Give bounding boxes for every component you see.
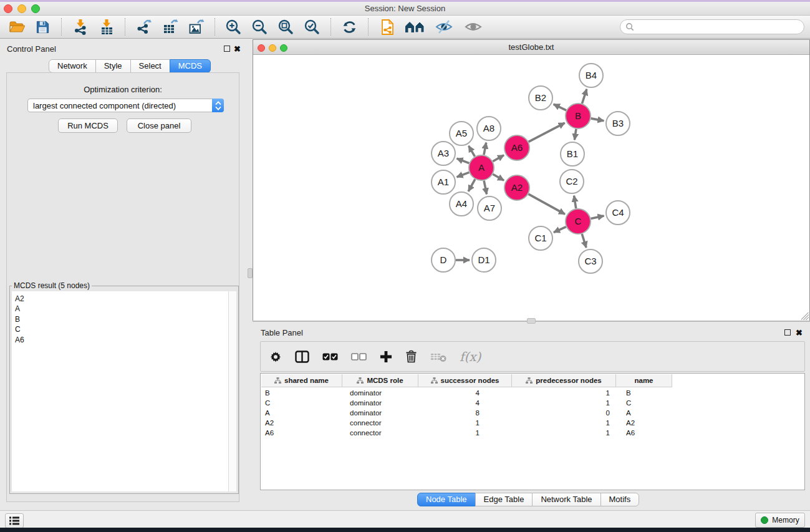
edge-A-A4[interactable] (468, 179, 475, 191)
edge-A-A2[interactable] (493, 174, 504, 180)
result-list-scrollbar[interactable] (228, 291, 236, 491)
cell[interactable]: A2 (616, 419, 672, 427)
edge-A-A3[interactable] (457, 158, 470, 163)
tab-mcds[interactable]: MCDS (170, 59, 211, 73)
edge-C-C3[interactable] (582, 234, 586, 248)
delete-table-button[interactable] (430, 351, 446, 362)
column-header-shared-name[interactable]: shared name (261, 374, 342, 387)
vertical-split-handle[interactable] (248, 268, 253, 278)
save-session-button[interactable] (32, 17, 53, 37)
cell[interactable]: A6 (616, 429, 672, 437)
import-network-button[interactable] (70, 17, 90, 37)
node-d1[interactable]: D1 (472, 248, 496, 272)
edge-C-C2[interactable] (574, 196, 576, 209)
node-c2[interactable]: C2 (560, 170, 584, 193)
node-a1[interactable]: A1 (432, 170, 455, 194)
tab-network-table[interactable]: Network Table (532, 493, 600, 506)
node-a5[interactable]: A5 (450, 122, 473, 145)
cell[interactable]: dominator (342, 409, 418, 417)
add-button[interactable] (380, 351, 392, 363)
tab-edge-table[interactable]: Edge Table (475, 493, 533, 506)
tab-style[interactable]: Style (95, 59, 131, 73)
node-c4[interactable]: C4 (606, 201, 630, 225)
network-canvas[interactable]: B4B2BB3A8A5A6A3B1AA1C2A2A4A7C4CC1DD1C3 (253, 56, 809, 321)
cell[interactable]: C (616, 399, 672, 407)
task-history-button[interactable] (5, 513, 24, 528)
edge-A-A7[interactable] (484, 181, 486, 195)
import-table-button[interactable] (96, 17, 117, 37)
edge-A-A6[interactable] (493, 155, 504, 162)
node-c[interactable]: C (566, 209, 591, 234)
edge-A-A1[interactable] (457, 172, 470, 177)
zoom-selected-button[interactable] (302, 17, 322, 37)
apply-layout-button[interactable] (339, 17, 360, 37)
table-row-a6[interactable]: A6connector11A6 (261, 428, 804, 438)
app-titlebar[interactable]: Session: New Session (0, 2, 810, 16)
zoom-in-button[interactable] (223, 17, 244, 37)
node-b1[interactable]: B1 (561, 142, 584, 166)
result-item-a6[interactable]: A6 (15, 335, 236, 345)
cell[interactable]: connector (342, 429, 418, 437)
node-a[interactable]: A (469, 155, 494, 180)
zoom-out-button[interactable] (249, 17, 270, 37)
result-item-b[interactable]: B (15, 314, 236, 324)
cell[interactable]: A (616, 409, 672, 417)
edge-A-A8[interactable] (484, 143, 486, 155)
cell[interactable]: 4 (418, 399, 512, 407)
edge-B-B3[interactable] (591, 118, 604, 121)
window-resize-grip[interactable] (801, 312, 809, 320)
node-a8[interactable]: A8 (477, 117, 501, 140)
export-network-button[interactable] (133, 17, 154, 37)
node-b2[interactable]: B2 (529, 86, 552, 110)
edge-B-B2[interactable] (554, 104, 566, 110)
search-input[interactable] (637, 21, 804, 33)
hide-selected-button[interactable] (432, 17, 456, 37)
deselect-all-rows-button[interactable] (351, 352, 367, 361)
cell[interactable]: dominator (342, 399, 418, 407)
cell[interactable]: B (616, 389, 672, 397)
column-header-predecessor-nodes[interactable]: predecessor nodes (512, 374, 616, 387)
horizontal-split-handle[interactable] (527, 318, 536, 324)
cell[interactable]: 1 (512, 389, 616, 397)
edge-A2-C[interactable] (528, 194, 565, 214)
node-a3[interactable]: A3 (432, 142, 455, 165)
edge-C-C1[interactable] (554, 227, 566, 233)
table-settings-button[interactable] (269, 351, 282, 363)
table-panel-close-button[interactable]: ✖ (796, 329, 803, 337)
tab-select[interactable]: Select (130, 59, 170, 73)
cell[interactable]: 8 (418, 409, 512, 417)
export-table-button[interactable] (160, 17, 180, 37)
node-b3[interactable]: B3 (606, 112, 630, 135)
run-mcds-button[interactable]: Run MCDS (58, 118, 118, 133)
close-panel-button[interactable]: Close panel (127, 118, 191, 133)
new-network-from-selection-button[interactable] (377, 17, 397, 37)
table-row-b[interactable]: Bdominator41B (261, 388, 804, 398)
cell[interactable]: connector (342, 419, 418, 427)
result-item-a2[interactable]: A2 (15, 294, 236, 304)
node-c1[interactable]: C1 (529, 226, 552, 250)
node-a2[interactable]: A2 (504, 175, 529, 200)
cell[interactable]: 1 (418, 429, 512, 437)
control-panel-float-button[interactable] (224, 46, 230, 52)
tab-network[interactable]: Network (49, 59, 96, 73)
control-panel-close-button[interactable]: ✖ (234, 46, 241, 53)
table-row-a2[interactable]: A2connector11A2 (261, 418, 804, 428)
table-panel-float-button[interactable] (784, 329, 791, 336)
cell[interactable]: 1 (512, 429, 616, 437)
node-c3[interactable]: C3 (579, 249, 602, 273)
delete-button[interactable] (405, 350, 417, 363)
cell[interactable]: 1 (418, 419, 512, 427)
node-b4[interactable]: B4 (579, 64, 603, 87)
node-a6[interactable]: A6 (504, 135, 529, 160)
memory-button[interactable]: Memory (755, 513, 805, 528)
cell[interactable]: A2 (261, 419, 342, 427)
edge-A-A5[interactable] (469, 146, 475, 157)
open-session-button[interactable] (6, 17, 27, 37)
show-all-hidden-button[interactable] (461, 17, 485, 37)
result-item-a[interactable]: A (15, 304, 236, 314)
node-b[interactable]: B (566, 104, 591, 128)
cell[interactable]: A6 (261, 429, 342, 437)
node-a4[interactable]: A4 (450, 192, 473, 216)
cell[interactable]: dominator (342, 389, 418, 397)
column-header-mcds-role[interactable]: MCDS role (342, 374, 418, 387)
